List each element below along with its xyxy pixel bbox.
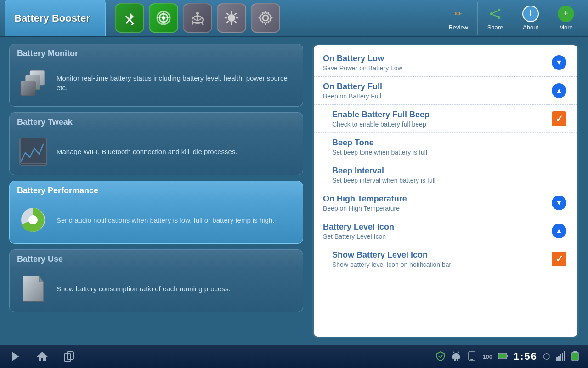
battery-performance-header: Battery Performance (10, 181, 303, 200)
battery-use-desc: Show battery consumption ratio of each r… (57, 284, 231, 293)
svg-line-28 (493, 15, 498, 17)
svg-rect-52 (560, 354, 561, 361)
enable-battery-full-beep-title: Enable Battery Full Beep (332, 110, 550, 120)
show-battery-level-icon-text: Show Battery Level Icon Show battery lev… (332, 250, 550, 268)
enable-battery-full-beep-row[interactable]: Enable Battery Full Beep Check to enable… (314, 105, 577, 133)
svg-line-44 (453, 352, 454, 353)
svg-line-20 (235, 21, 236, 23)
battery-performance-body: Send audio notifications when battery is… (10, 200, 303, 243)
share-icon (487, 6, 503, 22)
more-label: More (559, 24, 573, 31)
svg-rect-56 (573, 351, 577, 353)
battery-use-header: Battery Use (10, 250, 303, 269)
bottom-bar: 100 1:56 ⬡ (0, 345, 588, 368)
bluetooth-icon-btn[interactable] (115, 3, 144, 33)
more-icon: + (558, 6, 574, 22)
brightness-icon-btn[interactable] (217, 3, 246, 33)
svg-line-22 (227, 21, 228, 23)
home-button[interactable] (36, 350, 49, 363)
svg-rect-57 (572, 353, 578, 360)
beep-interval-action (550, 166, 568, 184)
signal-icon-btn[interactable] (183, 3, 212, 33)
more-button[interactable]: + More (548, 2, 583, 34)
svg-point-36 (28, 215, 38, 224)
enable-battery-full-beep-subtitle: Check to enable battery full beep (332, 121, 550, 128)
chevron-up-icon-2: ▲ (552, 224, 566, 238)
svg-point-24 (498, 9, 500, 12)
on-high-temperature-subtitle: Beep on High Temperature (323, 205, 550, 212)
svg-rect-54 (564, 351, 565, 361)
battery-green-status (498, 353, 508, 361)
on-battery-full-row[interactable]: On Battery Full Beep on Battery Full ▲ (314, 77, 577, 105)
battery-level-icon-subtitle: Set Battery Level Icon (323, 233, 550, 240)
show-battery-level-icon-action[interactable]: ✓ (550, 250, 568, 268)
battery-tweak-icon (17, 135, 49, 167)
battery-tweak-body: Manage WIFI, Bluetooth connection and ki… (10, 132, 303, 175)
back-button[interactable] (9, 350, 22, 363)
checkbox-checked-icon-2: ✓ (552, 252, 566, 266)
beep-interval-row[interactable]: Beep Interval Set beep interval when bat… (314, 161, 577, 189)
on-battery-full-subtitle: Beep on Battery Full (323, 92, 550, 100)
on-battery-full-text: On Battery Full Beep on Battery Full (323, 82, 550, 100)
on-battery-low-title: On Battery Low (323, 54, 550, 63)
battery-monitor-body: Monitor real-time battery status includi… (10, 63, 303, 106)
recent-apps-button[interactable] (62, 350, 75, 363)
battery-use-icon (17, 272, 49, 305)
chevron-down-icon: ▼ (552, 55, 566, 70)
svg-point-25 (490, 12, 493, 15)
show-battery-level-icon-subtitle: Show battery level Icon on notification … (332, 261, 550, 268)
on-high-temperature-text: On High Temperature Beep on High Tempera… (323, 194, 550, 212)
svg-point-26 (498, 16, 500, 19)
on-battery-low-subtitle: Save Power on Battery Low (323, 64, 550, 72)
battery-level-icon-title: Battery Level Icon (323, 222, 550, 232)
on-battery-full-action[interactable]: ▲ (550, 81, 568, 100)
clock: 1:56 (514, 351, 537, 362)
svg-line-19 (227, 13, 228, 15)
svg-rect-48 (499, 354, 506, 358)
beep-tone-action (550, 138, 568, 156)
show-battery-level-icon-row[interactable]: Show Battery Level Icon Show battery lev… (314, 245, 577, 273)
beep-tone-row[interactable]: Beep Tone Set beep tone when battery is … (314, 133, 577, 161)
battery-performance-card[interactable]: Battery Performance Send audio notificat… (9, 181, 303, 244)
battery-level-icon-row[interactable]: Battery Level Icon Set Battery Level Ico… (314, 217, 577, 245)
review-icon: ✏ (450, 6, 467, 22)
svg-rect-51 (558, 356, 560, 361)
app-title-tab[interactable]: Battery Booster (5, 0, 106, 36)
svg-rect-31 (21, 81, 35, 96)
on-high-temperature-action[interactable]: ▼ (550, 194, 568, 212)
battery-indicator (571, 351, 579, 362)
app-title: Battery Booster (14, 12, 90, 24)
svg-line-27 (493, 11, 498, 13)
on-battery-low-row[interactable]: On Battery Low Save Power on Battery Low… (314, 49, 577, 77)
beep-interval-title: Beep Interval (332, 166, 550, 176)
battery-tweak-desc: Manage WIFI, Bluetooth connection and ki… (57, 147, 237, 156)
about-button[interactable]: i About (513, 2, 548, 34)
svg-rect-50 (556, 357, 558, 361)
battery-level-icon-action[interactable]: ▲ (550, 222, 568, 240)
battery-monitor-header: Battery Monitor (10, 44, 303, 63)
battery-monitor-card[interactable]: Battery Monitor (9, 44, 303, 107)
left-panel: Battery Monitor (9, 44, 303, 338)
beep-interval-subtitle: Set beep interval when battery is full (332, 177, 550, 184)
beep-tone-title: Beep Tone (332, 138, 550, 148)
review-button[interactable]: ✏ Review (439, 2, 478, 34)
enable-battery-full-beep-action[interactable]: ✓ (550, 109, 568, 128)
android-status (451, 351, 461, 362)
battery-performance-icon (17, 204, 49, 236)
svg-point-10 (196, 12, 199, 15)
share-button[interactable]: Share (478, 2, 513, 34)
settings-icon-btn[interactable] (251, 3, 280, 33)
battery-performance-desc: Send audio notifications when battery is… (57, 215, 274, 225)
chevron-up-icon: ▲ (552, 83, 566, 98)
status-bar: 100 1:56 ⬡ (435, 351, 579, 362)
battery-use-card[interactable]: Battery Use (9, 249, 303, 312)
top-icons (115, 3, 280, 33)
wifi-icon-btn[interactable] (149, 3, 178, 33)
battery-tweak-card[interactable]: Battery Tweak Manage WIFI, Bluetooth con… (9, 112, 303, 175)
phone-status (467, 351, 477, 362)
on-battery-full-title: On Battery Full (323, 82, 550, 92)
battery-monitor-icon (17, 67, 49, 99)
on-high-temperature-row[interactable]: On High Temperature Beep on High Tempera… (314, 189, 577, 217)
on-battery-low-action[interactable]: ▼ (550, 53, 568, 72)
svg-rect-49 (507, 355, 508, 357)
